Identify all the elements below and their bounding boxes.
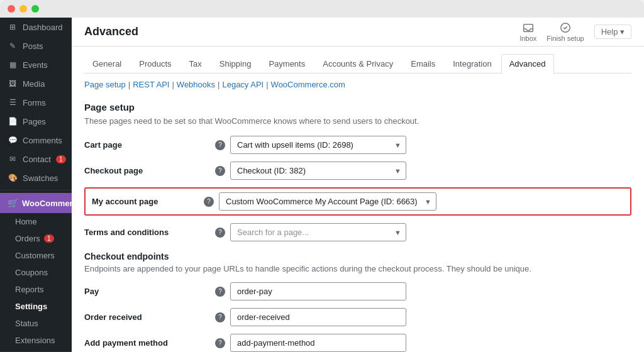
add-payment-method-row: Add payment method ? add-payment-method xyxy=(84,334,631,352)
tab-payments[interactable]: Payments xyxy=(260,54,313,73)
breadcrumb-rest-api[interactable]: REST API xyxy=(133,80,169,89)
order-received-input[interactable]: order-received xyxy=(230,308,406,326)
sidebar-item-status[interactable]: Status xyxy=(0,315,72,332)
sidebar-item-pages[interactable]: 📄 Pages xyxy=(0,112,72,131)
help-button[interactable]: Help ▾ xyxy=(594,25,631,39)
tab-tax[interactable]: Tax xyxy=(181,54,210,73)
sidebar-item-label: Forms xyxy=(23,98,46,107)
checkout-endpoints-title: Checkout endpoints xyxy=(84,251,631,261)
my-account-page-select-wrap: Custom WooCommerce My Account Page (ID: … xyxy=(219,192,436,211)
settings-wrap: General Products Tax Shipping Payments A… xyxy=(72,47,644,352)
settings-tabs: General Products Tax Shipping Payments A… xyxy=(84,47,631,74)
order-received-label: Order received xyxy=(84,312,210,322)
posts-icon: ✎ xyxy=(8,41,18,51)
checkout-page-select-wrap: Checkout (ID: 382) ▼ xyxy=(230,162,406,180)
breadcrumb-page-setup[interactable]: Page setup xyxy=(84,80,126,89)
terms-conditions-row: Terms and conditions ? Search for a page… xyxy=(84,223,631,241)
sidebar-item-label: Swatches xyxy=(23,173,58,183)
cart-page-select-wrap: Cart with upsell items (ID: 2698) ▼ xyxy=(230,136,406,154)
pay-label: Pay xyxy=(84,287,210,296)
finish-setup-icon xyxy=(560,22,571,33)
terms-conditions-label: Terms and conditions xyxy=(84,228,210,237)
sidebar-item-extensions[interactable]: Extensions xyxy=(0,332,72,349)
minimize-button[interactable] xyxy=(19,5,27,13)
sidebar-item-coupons[interactable]: Coupons xyxy=(0,264,72,281)
woo-icon: 🛒 xyxy=(8,198,18,208)
pay-row: Pay ? order-pay xyxy=(84,282,631,300)
my-account-page-row: My account page ? Custom WooCommerce My … xyxy=(84,187,631,216)
sidebar-item-orders[interactable]: Orders 1 xyxy=(0,230,72,247)
sidebar-item-label: Pages xyxy=(23,117,46,126)
breadcrumb-woocommerce-com[interactable]: WooCommerce.com xyxy=(271,80,345,89)
checkout-page-label: Checkout page xyxy=(84,166,210,175)
sidebar-item-label: Comments xyxy=(23,136,62,145)
sidebar-item-woocommerce[interactable]: 🛒 WooCommerce xyxy=(0,193,72,213)
cart-page-row: Cart page ? Cart with upsell items (ID: … xyxy=(84,136,631,154)
sidebar-item-customers[interactable]: Customers xyxy=(0,247,72,264)
title-bar xyxy=(0,0,644,18)
sidebar-item-home[interactable]: Home xyxy=(0,213,72,230)
breadcrumb-webhooks[interactable]: Webhooks xyxy=(177,80,215,89)
terms-conditions-select[interactable]: Search for a page... xyxy=(230,223,406,241)
swatches-icon: 🎨 xyxy=(8,173,18,183)
sidebar-item-settings[interactable]: Settings xyxy=(0,298,72,315)
sidebar-item-label: Media xyxy=(23,79,45,89)
my-account-page-label: My account page xyxy=(92,197,199,206)
sidebar-item-reports[interactable]: Reports xyxy=(0,281,72,298)
my-account-page-select[interactable]: Custom WooCommerce My Account Page (ID: … xyxy=(219,192,436,211)
order-received-row: Order received ? order-received xyxy=(84,308,631,326)
forms-icon: ☰ xyxy=(8,97,18,107)
finish-setup-button[interactable]: Finish setup xyxy=(547,22,584,42)
orders-badge: 1 xyxy=(44,234,54,243)
page-title: Advanced xyxy=(84,25,138,38)
terms-conditions-help[interactable]: ? xyxy=(215,228,225,238)
my-account-page-help[interactable]: ? xyxy=(204,197,214,207)
tab-accounts-privacy[interactable]: Accounts & Privacy xyxy=(314,54,401,73)
top-bar: Advanced Inbox Finish setup xyxy=(72,18,644,47)
add-payment-method-input[interactable]: add-payment-method xyxy=(230,334,406,352)
tab-advanced[interactable]: Advanced xyxy=(501,54,554,74)
terms-conditions-select-wrap: Search for a page... ▼ xyxy=(230,223,406,241)
maximize-button[interactable] xyxy=(31,5,39,13)
inbox-icon xyxy=(523,22,534,33)
breadcrumb: Page setup | REST API | Webhooks | Legac… xyxy=(84,74,631,93)
tab-shipping[interactable]: Shipping xyxy=(211,54,260,73)
sidebar-item-label: Dashboard xyxy=(23,23,63,32)
sidebar: ⊞ Dashboard ✎ Posts ▦ Events 🖼 Media ☰ F… xyxy=(0,18,72,352)
sidebar-item-forms[interactable]: ☰ Forms xyxy=(0,93,72,112)
sidebar-item-media[interactable]: 🖼 Media xyxy=(0,74,72,93)
inbox-button[interactable]: Inbox xyxy=(519,22,536,42)
cart-page-label: Cart page xyxy=(84,140,210,150)
pay-input[interactable]: order-pay xyxy=(230,282,406,300)
sidebar-item-label: Contact xyxy=(23,155,51,164)
contact-badge: 1 xyxy=(56,155,66,163)
tab-emails[interactable]: Emails xyxy=(402,54,443,73)
woo-label: WooCommerce xyxy=(22,199,72,208)
sidebar-item-comments[interactable]: 💬 Comments xyxy=(0,131,72,150)
tab-integration[interactable]: Integration xyxy=(445,54,499,73)
breadcrumb-legacy-api[interactable]: Legacy API xyxy=(222,80,264,89)
close-button[interactable] xyxy=(8,5,15,13)
main-content: Advanced Inbox Finish setup xyxy=(72,18,644,352)
sidebar-item-contact[interactable]: ✉ Contact 1 xyxy=(0,150,72,168)
sidebar-item-label: Events xyxy=(23,60,48,70)
tab-products[interactable]: Products xyxy=(131,54,179,73)
pages-icon: 📄 xyxy=(8,116,18,126)
woo-submenu: Home Orders 1 Customers Coupons Reports … xyxy=(0,213,72,349)
sidebar-item-label: Posts xyxy=(23,41,43,51)
pay-help[interactable]: ? xyxy=(215,287,225,297)
checkout-page-help[interactable]: ? xyxy=(215,166,225,176)
dashboard-icon: ⊞ xyxy=(8,22,18,32)
sidebar-item-dashboard[interactable]: ⊞ Dashboard xyxy=(0,18,72,36)
order-received-help[interactable]: ? xyxy=(215,312,225,322)
sidebar-item-events[interactable]: ▦ Events xyxy=(0,55,72,74)
checkout-page-select[interactable]: Checkout (ID: 382) xyxy=(230,162,406,180)
cart-page-help[interactable]: ? xyxy=(215,140,225,150)
tab-general[interactable]: General xyxy=(84,54,130,73)
add-payment-method-help[interactable]: ? xyxy=(215,338,225,348)
sidebar-item-posts[interactable]: ✎ Posts xyxy=(0,36,72,55)
checkout-page-row: Checkout page ? Checkout (ID: 382) ▼ xyxy=(84,162,631,180)
sidebar-item-swatches[interactable]: 🎨 Swatches xyxy=(0,168,72,187)
page-setup-title: Page setup xyxy=(84,102,631,113)
cart-page-select[interactable]: Cart with upsell items (ID: 2698) xyxy=(230,136,406,154)
